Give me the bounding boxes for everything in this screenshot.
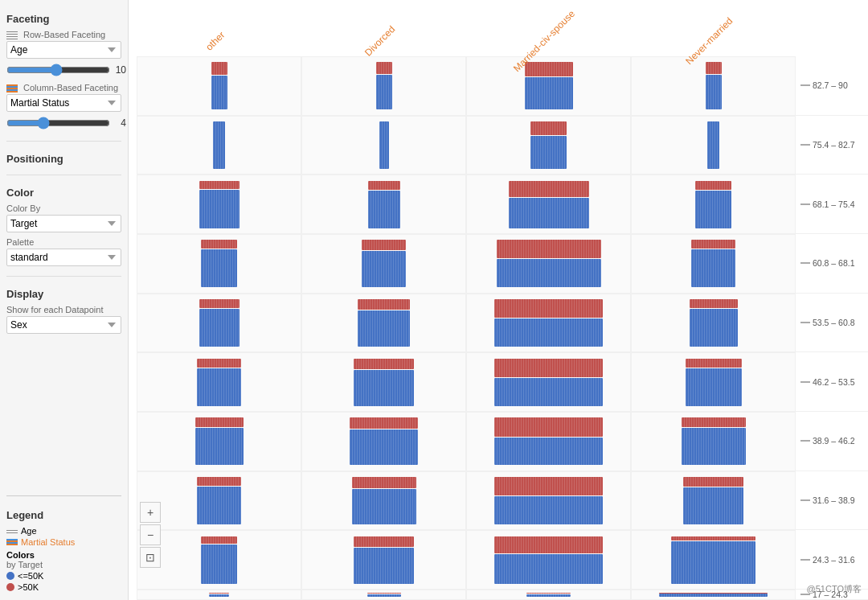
cell-r2-c2 (466, 175, 631, 234)
legend-age-label: Age (21, 526, 37, 536)
color-by-label: Color By (6, 203, 121, 213)
col-slider[interactable] (6, 117, 110, 129)
colors-subtitle: by Target (6, 560, 121, 569)
bar-blue-r7-c0 (197, 487, 241, 524)
row-based-label: Row-Based Faceting (6, 30, 121, 39)
bar-blue-r1-c1 (379, 121, 389, 169)
row-dash-7 (800, 499, 810, 501)
bar-red-r8-c2 (494, 536, 603, 553)
cell-r8-c3 (631, 530, 796, 590)
cell-r1-c0 (137, 116, 301, 175)
cell-r9-c0 (137, 590, 301, 600)
row-dash-3 (800, 262, 810, 264)
bar-blue-r2-c0 (199, 190, 240, 228)
bar-red-r4-c0 (199, 299, 240, 308)
row-label-8: 24.3 – 31.6 (796, 530, 868, 590)
bar-red-r9-c1 (367, 593, 401, 594)
row-label-text-6: 38.9 – 46.2 (813, 436, 855, 446)
bar-red-r7-c0 (197, 477, 241, 486)
zoom-out-button[interactable]: − (140, 524, 161, 545)
cell-r7-c0 (137, 471, 301, 531)
col-header-married: Married-civ-spouse (466, 0, 631, 56)
legend-section: Legend Age Martial Status Colors by Targ… (6, 495, 121, 594)
bar-blue-r8-c1 (354, 548, 414, 583)
bar-blue-r2-c1 (368, 191, 400, 228)
col-slider-row: 4 (6, 117, 121, 129)
bar-red-r7-c1 (352, 477, 416, 488)
cell-r4-c2 (466, 294, 631, 353)
row-label-text-3: 60.8 – 68.1 (813, 258, 855, 268)
cell-r3-c1 (301, 234, 466, 294)
le50k-dot (6, 572, 14, 580)
bar-blue-r5-c0 (197, 368, 241, 406)
row-label-text-8: 24.3 – 31.6 (813, 555, 855, 565)
le50k-label: <=50K (18, 571, 43, 581)
bar-red-r6-c0 (195, 417, 244, 427)
cell-r5-c3 (631, 352, 796, 412)
faceting-title: Faceting (6, 13, 121, 25)
bar-red-r9-c0 (209, 593, 229, 594)
bar-blue-r5-c3 (686, 368, 742, 405)
cell-r6-c1 (301, 412, 466, 471)
bar-blue-r1-c0 (213, 121, 225, 169)
legend-gt50k: >50K (6, 582, 121, 592)
bar-red-r8-c0 (201, 536, 237, 545)
bar-red-r2-c1 (368, 181, 400, 191)
bar-blue-r4-c3 (690, 309, 738, 347)
cell-r5-c1 (301, 352, 466, 412)
bar-blue-r7-c1 (352, 489, 416, 524)
col-faceting-select[interactable]: Martial Status (6, 94, 121, 112)
legend-martial-status: Martial Status (6, 537, 121, 547)
bar-blue-r7-c2 (494, 496, 603, 524)
row-dash-0 (800, 84, 810, 86)
cell-r6-c0 (137, 412, 301, 471)
bar-red-r0-c3 (706, 62, 722, 74)
bar-blue-r3-c2 (497, 259, 601, 288)
color-by-select[interactable]: Target (6, 215, 121, 232)
row-label-text-7: 31.6 – 38.9 (813, 495, 855, 505)
bar-blue-r9-c1 (367, 594, 401, 597)
bar-red-r5-c3 (686, 359, 742, 368)
show-for-select[interactable]: Sex (6, 316, 121, 334)
cell-r1-c1 (301, 116, 466, 175)
row-slider-row: 10 (6, 64, 121, 76)
bar-blue-r8-c2 (494, 554, 603, 584)
palette-select[interactable]: standard (6, 249, 121, 266)
legend-age-icon (6, 528, 18, 533)
row-faceting-select[interactable]: Age (6, 41, 121, 59)
bar-blue-r9-c0 (209, 594, 229, 597)
legend-title: Legend (6, 509, 121, 521)
col-header-never-married: Never-married (631, 0, 796, 56)
col-based-label: Column-Based Faceting (6, 83, 121, 92)
col-header-other: other (137, 0, 301, 56)
bar-blue-r6-c1 (350, 429, 418, 465)
row-label-1: 75.4 – 82.7 (796, 116, 868, 175)
row-dash-4 (800, 322, 810, 323)
cell-r3-c3 (631, 234, 796, 294)
zoom-in-button[interactable]: + (140, 502, 161, 523)
bar-red-r5-c0 (197, 359, 241, 368)
cell-r9-c3 (631, 590, 796, 600)
cell-r2-c0 (137, 175, 301, 234)
cell-r8-c2 (466, 530, 631, 590)
bar-blue-r0-c1 (376, 75, 392, 110)
empty-header (796, 0, 868, 56)
bar-blue-r0-c2 (525, 77, 573, 109)
bar-blue-r0-c0 (211, 76, 227, 109)
zoom-reset-button[interactable]: ⊡ (140, 547, 161, 568)
cell-r2-c3 (631, 175, 796, 234)
col-facet-icon (6, 84, 18, 92)
row-label-text-5: 46.2 – 53.5 (813, 377, 855, 387)
bar-blue-r2-c2 (509, 198, 589, 228)
bar-blue-r8-c0 (201, 545, 237, 583)
cell-r4-c3 (631, 294, 796, 353)
cell-r0-c3 (631, 56, 796, 116)
legend-le50k: <=50K (6, 571, 121, 581)
cell-r3-c0 (137, 234, 301, 294)
bar-red-r1-c2 (530, 121, 567, 135)
bar-red-r8-c1 (354, 536, 414, 548)
cell-r8-c1 (301, 530, 466, 590)
legend-age: Age (6, 526, 121, 536)
bar-red-r4-c2 (494, 299, 603, 318)
row-slider[interactable] (6, 64, 110, 76)
